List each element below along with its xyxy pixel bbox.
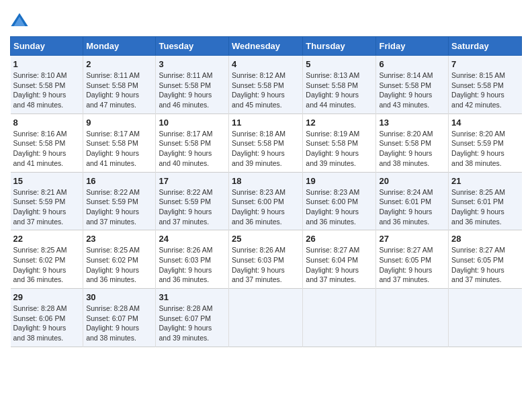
day-info: Sunrise: 8:23 AM Sunset: 6:00 PM Dayligh… <box>232 187 300 227</box>
day-cell: 23Sunrise: 8:25 AM Sunset: 6:02 PM Dayli… <box>83 230 156 289</box>
day-number: 30 <box>86 292 152 302</box>
day-cell: 30Sunrise: 8:28 AM Sunset: 6:07 PM Dayli… <box>83 289 156 347</box>
day-info: Sunrise: 8:14 AM Sunset: 5:58 PM Dayligh… <box>379 71 445 110</box>
day-info: Sunrise: 8:11 AM Sunset: 5:58 PM Dayligh… <box>86 71 152 110</box>
day-cell: 2Sunrise: 8:11 AM Sunset: 5:58 PM Daylig… <box>83 56 156 114</box>
day-info: Sunrise: 8:24 AM Sunset: 6:01 PM Dayligh… <box>379 187 445 227</box>
day-cell: 24Sunrise: 8:26 AM Sunset: 6:03 PM Dayli… <box>156 230 229 289</box>
header <box>10 7 522 31</box>
day-number: 9 <box>86 118 152 128</box>
day-number: 20 <box>379 176 445 186</box>
day-number: 11 <box>232 118 300 128</box>
day-info: Sunrise: 8:13 AM Sunset: 5:58 PM Dayligh… <box>306 71 373 110</box>
day-cell: 16Sunrise: 8:22 AM Sunset: 5:59 PM Dayli… <box>83 172 156 230</box>
day-info: Sunrise: 8:21 AM Sunset: 5:59 PM Dayligh… <box>13 187 81 227</box>
col-header-wednesday: Wednesday <box>229 37 303 56</box>
day-info: Sunrise: 8:26 AM Sunset: 6:03 PM Dayligh… <box>232 245 300 285</box>
day-info: Sunrise: 8:20 AM Sunset: 5:59 PM Dayligh… <box>451 129 519 169</box>
day-info: Sunrise: 8:27 AM Sunset: 6:05 PM Dayligh… <box>379 245 445 285</box>
day-cell: 12Sunrise: 8:19 AM Sunset: 5:58 PM Dayli… <box>303 113 376 172</box>
day-cell <box>303 289 376 347</box>
day-number: 16 <box>86 176 152 186</box>
day-info: Sunrise: 8:27 AM Sunset: 6:05 PM Dayligh… <box>451 245 519 285</box>
day-cell: 8Sunrise: 8:16 AM Sunset: 5:58 PM Daylig… <box>11 113 83 172</box>
day-info: Sunrise: 8:26 AM Sunset: 6:03 PM Dayligh… <box>159 245 226 285</box>
week-row-4: 22Sunrise: 8:25 AM Sunset: 6:02 PM Dayli… <box>11 230 522 289</box>
col-header-saturday: Saturday <box>449 37 522 56</box>
day-number: 5 <box>306 59 373 69</box>
day-number: 31 <box>159 292 226 302</box>
header-row: SundayMondayTuesdayWednesdayThursdayFrid… <box>11 37 522 56</box>
day-info: Sunrise: 8:18 AM Sunset: 5:58 PM Dayligh… <box>232 129 300 169</box>
week-row-2: 8Sunrise: 8:16 AM Sunset: 5:58 PM Daylig… <box>11 113 522 172</box>
day-cell: 22Sunrise: 8:25 AM Sunset: 6:02 PM Dayli… <box>11 230 83 289</box>
day-info: Sunrise: 8:25 AM Sunset: 6:02 PM Dayligh… <box>86 245 152 285</box>
day-info: Sunrise: 8:25 AM Sunset: 6:02 PM Dayligh… <box>13 245 81 285</box>
day-number: 23 <box>86 234 152 244</box>
week-row-3: 15Sunrise: 8:21 AM Sunset: 5:59 PM Dayli… <box>11 172 522 230</box>
day-cell: 14Sunrise: 8:20 AM Sunset: 5:59 PM Dayli… <box>449 113 522 172</box>
day-cell: 18Sunrise: 8:23 AM Sunset: 6:00 PM Dayli… <box>229 172 303 230</box>
day-number: 13 <box>379 118 445 128</box>
day-info: Sunrise: 8:15 AM Sunset: 5:58 PM Dayligh… <box>451 71 519 110</box>
col-header-monday: Monday <box>83 37 156 56</box>
day-number: 12 <box>306 118 373 128</box>
day-number: 21 <box>451 176 519 186</box>
day-number: 4 <box>232 59 300 69</box>
day-info: Sunrise: 8:25 AM Sunset: 6:01 PM Dayligh… <box>451 187 519 227</box>
day-cell: 9Sunrise: 8:17 AM Sunset: 5:58 PM Daylig… <box>83 113 156 172</box>
day-cell: 3Sunrise: 8:11 AM Sunset: 5:58 PM Daylig… <box>156 56 229 114</box>
day-cell: 1Sunrise: 8:10 AM Sunset: 5:58 PM Daylig… <box>11 56 83 114</box>
day-number: 19 <box>306 176 373 186</box>
day-info: Sunrise: 8:16 AM Sunset: 5:58 PM Dayligh… <box>13 129 81 169</box>
day-number: 6 <box>379 59 445 69</box>
day-number: 27 <box>379 234 445 244</box>
day-cell: 29Sunrise: 8:28 AM Sunset: 6:06 PM Dayli… <box>11 289 83 347</box>
day-cell: 31Sunrise: 8:28 AM Sunset: 6:07 PM Dayli… <box>156 289 229 347</box>
day-number: 22 <box>13 234 81 244</box>
day-cell: 21Sunrise: 8:25 AM Sunset: 6:01 PM Dayli… <box>449 172 522 230</box>
day-number: 14 <box>451 118 519 128</box>
day-cell: 6Sunrise: 8:14 AM Sunset: 5:58 PM Daylig… <box>376 56 449 114</box>
day-info: Sunrise: 8:17 AM Sunset: 5:58 PM Dayligh… <box>159 129 226 169</box>
day-number: 17 <box>159 176 226 186</box>
day-cell: 26Sunrise: 8:27 AM Sunset: 6:04 PM Dayli… <box>303 230 376 289</box>
day-number: 24 <box>159 234 226 244</box>
day-number: 28 <box>451 234 519 244</box>
day-cell: 13Sunrise: 8:20 AM Sunset: 5:58 PM Dayli… <box>376 113 449 172</box>
week-row-1: 1Sunrise: 8:10 AM Sunset: 5:58 PM Daylig… <box>11 56 522 114</box>
day-cell: 4Sunrise: 8:12 AM Sunset: 5:58 PM Daylig… <box>229 56 303 114</box>
day-cell: 19Sunrise: 8:23 AM Sunset: 6:00 PM Dayli… <box>303 172 376 230</box>
calendar-body: 1Sunrise: 8:10 AM Sunset: 5:58 PM Daylig… <box>11 56 522 347</box>
day-number: 2 <box>86 59 152 69</box>
day-number: 7 <box>451 59 519 69</box>
day-cell: 15Sunrise: 8:21 AM Sunset: 5:59 PM Dayli… <box>11 172 83 230</box>
day-cell: 17Sunrise: 8:22 AM Sunset: 5:59 PM Dayli… <box>156 172 229 230</box>
day-number: 26 <box>306 234 373 244</box>
col-header-sunday: Sunday <box>11 37 83 56</box>
logo <box>10 12 32 31</box>
day-number: 8 <box>13 118 81 128</box>
day-number: 15 <box>13 176 81 186</box>
day-info: Sunrise: 8:23 AM Sunset: 6:00 PM Dayligh… <box>306 187 373 227</box>
day-cell: 5Sunrise: 8:13 AM Sunset: 5:58 PM Daylig… <box>303 56 376 114</box>
day-cell: 25Sunrise: 8:26 AM Sunset: 6:03 PM Dayli… <box>229 230 303 289</box>
day-cell <box>376 289 449 347</box>
logo-icon <box>10 12 29 31</box>
day-number: 18 <box>232 176 300 186</box>
day-info: Sunrise: 8:12 AM Sunset: 5:58 PM Dayligh… <box>232 71 300 110</box>
day-info: Sunrise: 8:22 AM Sunset: 5:59 PM Dayligh… <box>159 187 226 227</box>
day-cell: 7Sunrise: 8:15 AM Sunset: 5:58 PM Daylig… <box>449 56 522 114</box>
col-header-thursday: Thursday <box>303 37 376 56</box>
day-number: 10 <box>159 118 226 128</box>
day-info: Sunrise: 8:28 AM Sunset: 6:06 PM Dayligh… <box>13 304 81 343</box>
day-cell <box>449 289 522 347</box>
day-cell: 28Sunrise: 8:27 AM Sunset: 6:05 PM Dayli… <box>449 230 522 289</box>
day-info: Sunrise: 8:11 AM Sunset: 5:58 PM Dayligh… <box>159 71 226 110</box>
day-cell <box>229 289 303 347</box>
calendar-header: SundayMondayTuesdayWednesdayThursdayFrid… <box>11 37 522 56</box>
day-cell: 27Sunrise: 8:27 AM Sunset: 6:05 PM Dayli… <box>376 230 449 289</box>
day-number: 3 <box>159 59 226 69</box>
col-header-tuesday: Tuesday <box>156 37 229 56</box>
day-number: 1 <box>13 59 81 69</box>
